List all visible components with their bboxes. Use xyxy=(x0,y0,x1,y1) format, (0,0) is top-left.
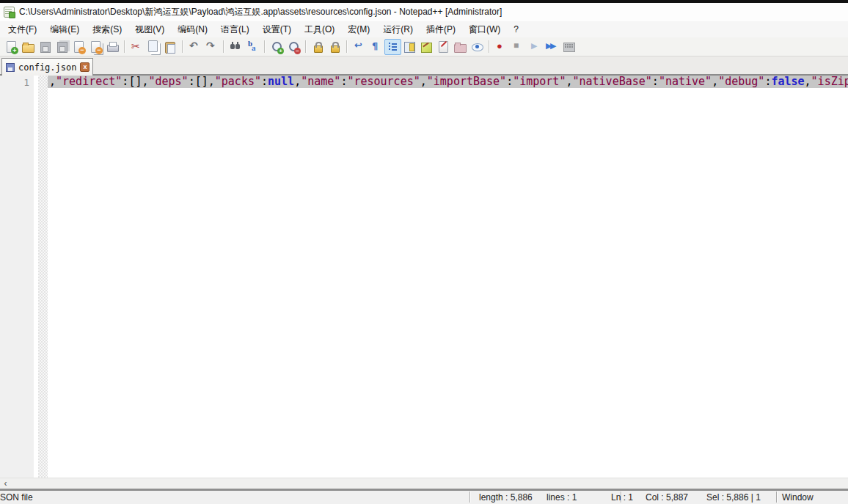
title-bar[interactable]: C:\Users\Administrator\Desktop\新鸿运互娱\Pay… xyxy=(0,3,848,21)
print-button[interactable] xyxy=(104,39,121,55)
line-number-margin: 1 xyxy=(0,76,34,478)
playback-macro-button[interactable] xyxy=(527,39,544,55)
toolbar-separator xyxy=(346,40,348,53)
function-list-icon xyxy=(437,41,450,53)
save-all-icon xyxy=(56,41,68,53)
menu-item-9[interactable]: 运行(R) xyxy=(376,21,420,38)
bookmark-fold-margin[interactable] xyxy=(38,76,48,478)
menu-item-10[interactable]: 插件(P) xyxy=(420,21,462,38)
tab-bar: config.json x xyxy=(0,56,848,76)
run-macro-multiple-button[interactable] xyxy=(544,39,560,55)
monitoring-icon xyxy=(471,41,483,53)
copy-button[interactable] xyxy=(145,39,162,55)
record-macro-button[interactable] xyxy=(493,39,510,55)
menu-item-3[interactable]: 视图(V) xyxy=(128,21,171,38)
status-divider xyxy=(776,492,778,503)
menu-item-2[interactable]: 搜索(S) xyxy=(86,21,128,38)
zoom-in-icon xyxy=(271,41,283,53)
playback-macro-icon xyxy=(529,41,541,53)
folder-as-workspace-button[interactable] xyxy=(452,39,469,55)
close-all-button[interactable] xyxy=(87,39,104,55)
menu-bar: 文件(F)编辑(E)搜索(S)视图(V)编码(N)语言(L)设置(T)工具(O)… xyxy=(0,21,848,37)
show-indent-guide-button[interactable] xyxy=(384,39,401,55)
menu-item-8[interactable]: 宏(M) xyxy=(341,21,376,38)
undo-button[interactable] xyxy=(186,39,203,55)
menu-item-5[interactable]: 语言(L) xyxy=(214,21,256,38)
document-map-button[interactable] xyxy=(401,39,418,55)
sync-vertical-scroll-button[interactable] xyxy=(310,39,326,55)
menu-item-4[interactable]: 编码(N) xyxy=(171,21,214,38)
save-file-button[interactable] xyxy=(37,39,54,55)
tab-close-icon[interactable]: x xyxy=(80,62,89,72)
save-file-icon xyxy=(39,41,51,53)
status-lines: lines : 1 xyxy=(547,492,577,503)
run-macro-multiple-icon xyxy=(546,41,558,53)
toolbar-separator xyxy=(489,40,490,53)
monitoring-button[interactable] xyxy=(469,39,486,55)
redo-button[interactable] xyxy=(203,39,220,55)
record-macro-icon xyxy=(495,41,508,53)
open-file-icon xyxy=(22,41,34,53)
status-selection: Sel : 5,886 | 1 xyxy=(706,492,761,503)
menu-item-12[interactable]: ? xyxy=(507,22,525,37)
open-file-button[interactable] xyxy=(20,39,37,55)
find-icon xyxy=(230,41,242,53)
status-divider xyxy=(469,492,471,503)
folder-as-workspace-icon xyxy=(454,41,467,53)
function-list-button[interactable] xyxy=(435,39,452,55)
new-file-icon xyxy=(5,41,18,53)
menu-item-11[interactable]: 窗口(W) xyxy=(462,21,507,38)
window-title: C:\Users\Administrator\Desktop\新鸿运互娱\Pay… xyxy=(19,6,502,18)
toolbar-separator xyxy=(264,40,266,53)
status-bar: SON file length : 5,886 lines : 1 Ln : 1… xyxy=(0,491,848,504)
show-all-characters-button[interactable] xyxy=(368,39,384,55)
stop-recording-button[interactable] xyxy=(510,39,527,55)
code-area[interactable]: ,"redirect":[],"deps":[],"packs":null,"n… xyxy=(48,76,848,478)
menu-item-7[interactable]: 工具(O) xyxy=(298,21,341,38)
redo-icon xyxy=(205,41,218,53)
cut-button[interactable] xyxy=(128,39,145,55)
close-file-button[interactable] xyxy=(70,39,87,55)
horizontal-scrollbar[interactable]: ‹ xyxy=(0,478,848,489)
paste-button[interactable] xyxy=(162,39,179,55)
menu-item-1[interactable]: 编辑(E) xyxy=(43,21,86,38)
sync-horizontal-scroll-icon xyxy=(329,41,341,53)
user-defined-language-icon xyxy=(420,41,433,53)
word-wrap-icon xyxy=(353,41,365,53)
user-defined-language-button[interactable] xyxy=(418,39,435,55)
save-recorded-macro-button[interactable] xyxy=(560,39,577,55)
editor-pane[interactable]: 1 ,"redirect":[],"deps":[],"packs":null,… xyxy=(0,76,848,478)
menu-item-0[interactable]: 文件(F) xyxy=(1,21,43,38)
toolbar-separator xyxy=(124,40,125,53)
status-eol-format: Window xyxy=(782,492,814,503)
status-column: Col : 5,887 xyxy=(646,492,688,503)
save-all-button[interactable] xyxy=(54,39,70,55)
line-number: 1 xyxy=(23,77,29,88)
stop-recording-icon xyxy=(512,41,524,53)
zoom-out-button[interactable] xyxy=(285,39,302,55)
zoom-in-button[interactable] xyxy=(268,39,285,55)
sync-horizontal-scroll-button[interactable] xyxy=(326,39,343,55)
replace-icon xyxy=(246,41,259,53)
close-file-icon xyxy=(73,41,85,53)
replace-button[interactable] xyxy=(244,39,261,55)
toolbar-separator xyxy=(305,40,307,53)
word-wrap-button[interactable] xyxy=(351,39,368,55)
saved-file-icon xyxy=(6,63,15,72)
code-line-1[interactable]: ,"redirect":[],"deps":[],"packs":null,"n… xyxy=(48,76,848,88)
app-icon xyxy=(4,7,15,18)
tab-label: config.json xyxy=(18,62,76,73)
toolbar xyxy=(0,37,848,56)
copy-icon xyxy=(147,41,160,53)
scroll-left-arrow-icon[interactable]: ‹ xyxy=(0,478,11,489)
document-map-icon xyxy=(403,41,416,53)
toolbar-separator xyxy=(223,40,224,53)
new-file-button[interactable] xyxy=(3,39,20,55)
tab-config-json[interactable]: config.json x xyxy=(1,58,93,76)
menu-item-6[interactable]: 设置(T) xyxy=(256,21,298,38)
show-indent-guide-icon xyxy=(387,41,399,53)
find-button[interactable] xyxy=(227,39,244,55)
zoom-out-icon xyxy=(288,41,300,53)
status-doctype: SON file xyxy=(0,492,33,503)
save-recorded-macro-icon xyxy=(563,41,575,53)
